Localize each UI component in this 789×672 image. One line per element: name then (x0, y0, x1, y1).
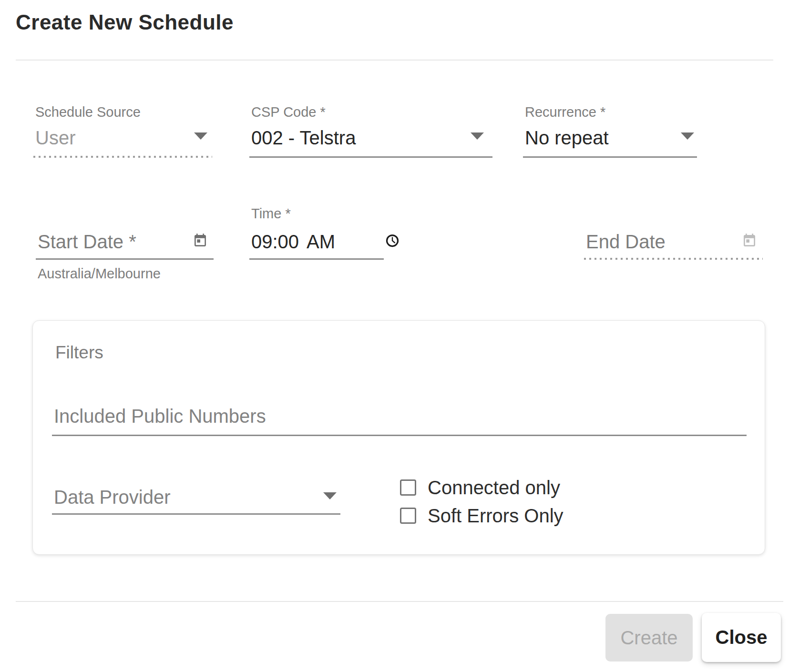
included-public-numbers-input[interactable]: Included Public Numbers (52, 402, 747, 436)
csp-code-value: 002 - Telstra (251, 127, 356, 149)
recurrence-underline (523, 156, 697, 158)
checkbox-unchecked-icon[interactable] (400, 508, 416, 524)
time-label: Time * (251, 206, 291, 222)
schedule-source-select[interactable]: Schedule Source User (33, 98, 212, 158)
create-schedule-dialog: Create New Schedule Schedule Source User… (0, 0, 789, 672)
footer-divider (16, 601, 783, 602)
included-public-numbers-placeholder: Included Public Numbers (54, 406, 266, 427)
chevron-down-icon (681, 132, 694, 140)
soft-errors-only-label: Soft Errors Only (428, 505, 564, 526)
recurrence-select[interactable]: Recurrence * No repeat (523, 98, 697, 158)
data-provider-underline (52, 513, 340, 515)
data-provider-placeholder: Data Provider (54, 487, 171, 508)
connected-only-checkbox-row[interactable]: Connected only (400, 477, 560, 498)
dialog-title: Create New Schedule (16, 10, 234, 34)
schedule-source-value: User (35, 127, 75, 149)
end-date-underline (584, 258, 763, 260)
header-divider (16, 60, 773, 61)
data-provider-select[interactable]: Data Provider (52, 484, 340, 515)
recurrence-label: Recurrence * (525, 104, 605, 120)
time-field[interactable]: Time * 09:00 AM (249, 200, 384, 260)
calendar-icon-disabled (742, 233, 757, 248)
close-button[interactable]: Close (702, 613, 781, 662)
calendar-icon[interactable] (193, 233, 208, 248)
csp-code-underline (249, 156, 492, 158)
csp-code-label: CSP Code * (251, 104, 326, 120)
filters-card: Filters Included Public Numbers Data Pro… (32, 320, 765, 555)
connected-only-label: Connected only (428, 477, 560, 498)
time-underline (249, 258, 384, 260)
create-button[interactable]: Create (605, 614, 693, 662)
timezone-hint: Australia/Melbourne (38, 266, 161, 282)
start-date-field[interactable]: Start Date * (36, 200, 214, 260)
included-public-numbers-underline (52, 435, 747, 436)
soft-errors-only-checkbox-row[interactable]: Soft Errors Only (400, 505, 564, 526)
start-date-underline (36, 258, 214, 260)
chevron-down-icon (323, 492, 337, 499)
schedule-source-underline (33, 156, 212, 158)
csp-code-select[interactable]: CSP Code * 002 - Telstra (249, 98, 492, 158)
clock-icon[interactable] (385, 234, 400, 248)
chevron-down-icon (471, 132, 484, 140)
end-date-field[interactable]: End Date (584, 200, 763, 260)
checkbox-unchecked-icon[interactable] (400, 479, 416, 496)
filters-title: Filters (55, 343, 103, 363)
time-value: 09:00 AM (251, 231, 335, 253)
start-date-placeholder: Start Date * (38, 231, 136, 253)
end-date-placeholder: End Date (586, 231, 666, 253)
schedule-source-label: Schedule Source (35, 104, 141, 120)
recurrence-value: No repeat (525, 127, 609, 149)
chevron-down-icon (194, 132, 207, 140)
